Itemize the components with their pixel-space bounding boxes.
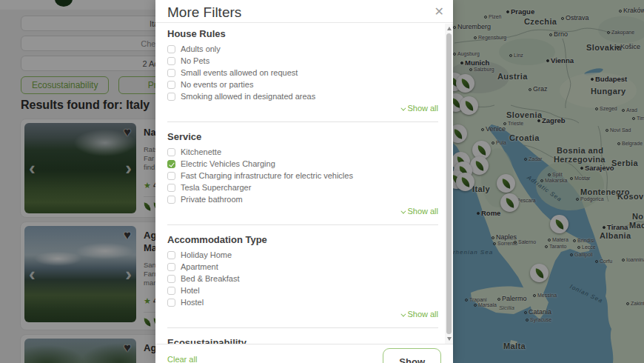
chevron-down-icon: [401, 106, 406, 111]
show-button[interactable]: Show: [383, 348, 441, 363]
filter-option-label[interactable]: Small events allowed on request: [181, 68, 298, 77]
modal-sections: House RulesAdults onlyNo PetsSmall event…: [155, 24, 444, 344]
filter-option-label[interactable]: No events or parties: [181, 80, 253, 89]
checkbox[interactable]: [167, 196, 175, 204]
filter-option-label[interactable]: Apartment: [181, 262, 218, 271]
checkbox[interactable]: [167, 57, 175, 65]
show-all-label: Show all: [407, 310, 438, 319]
checkbox[interactable]: [167, 172, 175, 180]
more-filters-modal: More Filters ✕ House RulesAdults onlyNo …: [155, 0, 453, 363]
filter-option-label[interactable]: No Pets: [181, 56, 209, 65]
scrollbar-thumb[interactable]: [446, 33, 452, 334]
filter-option-row[interactable]: Bed & Breakfast: [167, 274, 438, 283]
checkbox[interactable]: [167, 45, 175, 53]
filter-section: EcosustainabilityBicycle Rental ServiceG…: [167, 337, 438, 344]
filter-option-row[interactable]: Holiday Home: [167, 250, 438, 259]
filter-section-title: Ecosustainability: [167, 337, 438, 344]
filter-option-row[interactable]: Electric Vehicles Charging: [167, 159, 438, 168]
show-all-label: Show all: [407, 207, 438, 216]
filter-option-row[interactable]: Hostel: [167, 298, 438, 307]
filter-option-label[interactable]: Electric Vehicles Charging: [181, 159, 275, 168]
chevron-down-icon: [401, 209, 406, 214]
filter-option-row[interactable]: Fast Charging infrastructure for electri…: [167, 171, 438, 180]
filter-section-title: Service: [167, 131, 438, 142]
section-divider: [167, 327, 438, 328]
filter-option-label[interactable]: Smoking allowed in designated areas: [181, 92, 315, 101]
checkbox[interactable]: [167, 275, 175, 283]
show-all-label: Show all: [407, 104, 438, 113]
filter-option-label[interactable]: Hotel: [181, 286, 200, 295]
filter-section: House RulesAdults onlyNo PetsSmall event…: [167, 28, 438, 113]
filter-option-row[interactable]: Smoking allowed in designated areas: [167, 92, 438, 101]
section-divider: [167, 121, 438, 122]
clear-all-link[interactable]: Clear all: [167, 355, 197, 363]
filter-option-label[interactable]: Private bathroom: [181, 195, 243, 204]
show-all-link[interactable]: Show all: [167, 104, 438, 113]
show-all-link[interactable]: Show all: [167, 207, 438, 216]
filter-option-row[interactable]: No events or parties: [167, 80, 438, 89]
scroll-up-icon[interactable]: [447, 27, 452, 30]
checkbox[interactable]: [167, 69, 175, 77]
checkbox[interactable]: [167, 251, 175, 259]
show-all-link[interactable]: Show all: [167, 310, 438, 319]
scroll-down-icon[interactable]: [447, 337, 452, 341]
checkbox[interactable]: [167, 299, 175, 307]
close-icon[interactable]: ✕: [435, 4, 444, 19]
filter-option-row[interactable]: Adults only: [167, 44, 438, 53]
filter-section-title: House Rules: [167, 28, 438, 39]
page: Ecosustainability Price Results found fo…: [0, 0, 644, 363]
checkbox[interactable]: [167, 81, 175, 89]
filter-option-row[interactable]: Private bathroom: [167, 195, 438, 204]
filter-option-label[interactable]: Tesla Supercharger: [181, 183, 251, 192]
checkbox[interactable]: [167, 93, 175, 101]
filter-section-title: Accommodation Type: [167, 234, 438, 245]
filter-option-row[interactable]: Apartment: [167, 262, 438, 271]
filter-option-row[interactable]: Small events allowed on request: [167, 68, 438, 77]
filter-section: Accommodation TypeHoliday HomeApartmentB…: [167, 234, 438, 319]
checkbox[interactable]: [167, 263, 175, 271]
filter-section: ServiceKitchenetteElectric Vehicles Char…: [167, 131, 438, 216]
filter-option-label[interactable]: Hostel: [181, 298, 204, 307]
filter-option-label[interactable]: Kitchenette: [181, 147, 221, 156]
filter-option-label[interactable]: Adults only: [181, 44, 221, 53]
modal-title: More Filters: [167, 4, 241, 21]
checkbox[interactable]: [167, 287, 175, 295]
checkbox[interactable]: [167, 184, 175, 192]
filter-option-label[interactable]: Bed & Breakfast: [181, 274, 240, 283]
filter-option-label[interactable]: Holiday Home: [181, 250, 232, 259]
section-divider: [167, 224, 438, 225]
filter-option-row[interactable]: No Pets: [167, 56, 438, 65]
filter-option-row[interactable]: Tesla Supercharger: [167, 183, 438, 192]
modal-footer: Clear all Show: [155, 344, 453, 363]
modal-header: More Filters ✕: [155, 0, 453, 23]
checkbox[interactable]: [167, 148, 175, 156]
chevron-down-icon: [401, 312, 406, 317]
modal-scrollbar[interactable]: [445, 24, 453, 344]
filter-option-label[interactable]: Fast Charging infrastructure for electri…: [181, 171, 353, 180]
filter-option-row[interactable]: Kitchenette: [167, 147, 438, 156]
filter-option-row[interactable]: Hotel: [167, 286, 438, 295]
checkbox-checked[interactable]: [167, 160, 175, 168]
